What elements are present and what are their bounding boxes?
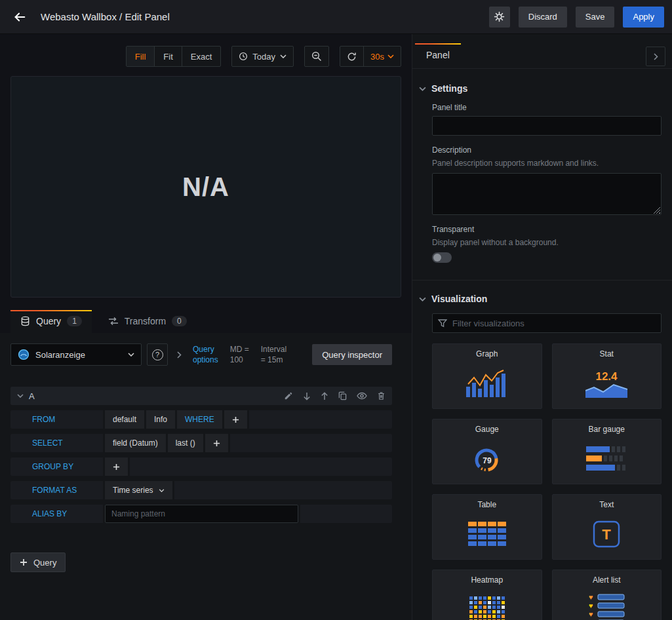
move-query-down-button[interactable] bbox=[303, 392, 311, 400]
size-option-fit[interactable]: Fit bbox=[154, 47, 181, 66]
transparent-toggle[interactable] bbox=[432, 252, 452, 263]
save-button[interactable]: Save bbox=[576, 7, 615, 28]
collapse-pane-button[interactable] bbox=[646, 47, 665, 66]
tab-panel[interactable]: Panel bbox=[415, 43, 461, 68]
chevron-down-icon bbox=[387, 54, 394, 58]
no-data-text: N/A bbox=[182, 172, 229, 202]
arrow-up-icon bbox=[321, 392, 328, 400]
options-pane: Panel Settings Panel title Description P… bbox=[412, 34, 672, 620]
select-add-button[interactable] bbox=[205, 434, 228, 452]
delete-query-button[interactable] bbox=[377, 391, 385, 400]
row-filler bbox=[249, 410, 392, 429]
viz-card-table[interactable]: Table bbox=[432, 494, 542, 560]
plus-icon bbox=[113, 463, 120, 471]
chevron-down-icon bbox=[280, 54, 287, 58]
chevron-down-icon bbox=[128, 353, 134, 357]
alert-list-icon: ♥ ♥ ♥ ♥ bbox=[588, 585, 625, 620]
help-icon: ? bbox=[152, 349, 163, 360]
from-label: FROM bbox=[10, 410, 103, 429]
where-add-button[interactable] bbox=[224, 410, 247, 429]
size-option-exact[interactable]: Exact bbox=[182, 47, 221, 66]
stat-sample-value: 12.4 bbox=[596, 370, 618, 383]
hide-query-button[interactable] bbox=[357, 392, 367, 400]
query-inspector-button[interactable]: Query inspector bbox=[312, 344, 392, 365]
refresh-button[interactable] bbox=[340, 47, 363, 66]
retention-policy-segment[interactable]: default bbox=[105, 410, 144, 429]
viz-card-text[interactable]: Text T bbox=[552, 494, 662, 560]
tab-query[interactable]: Query 1 bbox=[10, 310, 92, 333]
viz-card-alert-list[interactable]: Alert list ♥ ♥ ♥ ♥ bbox=[552, 570, 662, 620]
format-as-label: FORMAT AS bbox=[10, 481, 103, 499]
preview-toolbar: Fill Fit Exact Today bbox=[10, 46, 401, 67]
viz-card-graph[interactable]: Graph bbox=[432, 343, 542, 409]
text-icon: T bbox=[593, 509, 620, 559]
row-filler bbox=[174, 481, 392, 499]
panel-title-input[interactable] bbox=[432, 116, 662, 136]
plus-icon bbox=[232, 416, 239, 423]
group-by-add-button[interactable] bbox=[105, 457, 128, 476]
select-label: SELECT bbox=[10, 434, 103, 452]
time-range-button[interactable]: Today bbox=[231, 46, 294, 67]
discard-button[interactable]: Discard bbox=[519, 7, 567, 28]
chevron-down-icon bbox=[419, 87, 426, 91]
select-row: SELECT field (Datum) last () bbox=[10, 434, 392, 452]
viz-card-label: Gauge bbox=[475, 425, 499, 434]
datasource-help-button[interactable]: ? bbox=[147, 343, 168, 366]
description-textarea[interactable] bbox=[432, 173, 662, 215]
gauge-sample-value: 79 bbox=[483, 456, 492, 465]
where-label: WHERE bbox=[177, 410, 222, 429]
bar-gauge-icon bbox=[586, 434, 627, 484]
viz-card-bar-gauge[interactable]: Bar gauge bbox=[552, 419, 662, 484]
size-option-fill[interactable]: Fill bbox=[127, 47, 155, 66]
row-filler bbox=[300, 505, 392, 523]
format-as-row: FORMAT AS Time series bbox=[10, 481, 392, 499]
function-segment[interactable]: last () bbox=[168, 434, 203, 452]
refresh-interval-label: 30s bbox=[370, 52, 384, 62]
datasource-name: Solaranzeige bbox=[35, 350, 122, 360]
row-filler bbox=[230, 434, 392, 452]
interval-value: = 15m bbox=[261, 355, 287, 365]
viz-card-label: Text bbox=[599, 500, 614, 509]
query-options-summary[interactable]: Query options MD = 100 Interval = 15m bbox=[193, 344, 287, 365]
duplicate-query-button[interactable] bbox=[338, 391, 347, 400]
svg-text:♥: ♥ bbox=[589, 602, 593, 610]
refresh-interval-button[interactable]: 30s bbox=[363, 47, 401, 66]
from-row: FROM default Info WHERE bbox=[10, 410, 392, 429]
panel-preview: N/A bbox=[10, 76, 401, 298]
zoom-out-button[interactable] bbox=[304, 46, 329, 67]
back-button[interactable] bbox=[5, 3, 34, 31]
format-as-select[interactable]: Time series bbox=[105, 481, 172, 499]
gauge-icon: 79 bbox=[469, 434, 505, 484]
query-options-label: options bbox=[193, 355, 218, 365]
viz-card-heatmap[interactable]: Heatmap bbox=[432, 570, 542, 620]
move-query-up-button[interactable] bbox=[321, 392, 328, 400]
filter-visualizations-input[interactable] bbox=[432, 313, 662, 333]
alias-by-label: ALIAS BY bbox=[10, 505, 103, 523]
viz-card-label: Stat bbox=[600, 349, 614, 358]
field-segment[interactable]: field (Datum) bbox=[105, 434, 166, 452]
collapse-chevron-icon bbox=[17, 394, 24, 398]
query-row-header[interactable]: A bbox=[10, 387, 392, 405]
group-by-label: GROUP BY bbox=[10, 457, 103, 476]
edit-query-button[interactable] bbox=[284, 391, 293, 400]
query-options-expand-button[interactable] bbox=[170, 343, 188, 366]
options-pane-body: Settings Panel title Description Panel d… bbox=[412, 69, 672, 620]
viz-card-gauge[interactable]: Gauge 79 bbox=[432, 419, 542, 484]
datasource-logo-icon bbox=[18, 349, 30, 360]
query-ref-id: A bbox=[29, 391, 35, 401]
panel-settings-button[interactable] bbox=[489, 7, 510, 28]
query-editor: Solaranzeige ? Query options bbox=[0, 333, 412, 620]
visualization-section-header[interactable]: Visualization bbox=[419, 294, 662, 304]
measurement-segment[interactable]: Info bbox=[146, 410, 175, 429]
arrow-down-icon bbox=[303, 392, 311, 400]
apply-button[interactable]: Apply bbox=[623, 7, 664, 28]
max-data-points-value: 100 bbox=[230, 355, 249, 365]
settings-section-header[interactable]: Settings bbox=[419, 83, 662, 94]
page-title: Webasto Wallbox / Edit Panel bbox=[41, 11, 170, 22]
add-query-button[interactable]: Query bbox=[10, 552, 66, 572]
tab-transform[interactable]: Transform 0 bbox=[98, 310, 197, 333]
datasource-picker[interactable]: Solaranzeige bbox=[10, 343, 142, 366]
viz-card-stat[interactable]: Stat 12.4 bbox=[552, 343, 662, 409]
transparent-label: Transparent bbox=[432, 225, 662, 234]
alias-by-input[interactable] bbox=[105, 505, 298, 523]
